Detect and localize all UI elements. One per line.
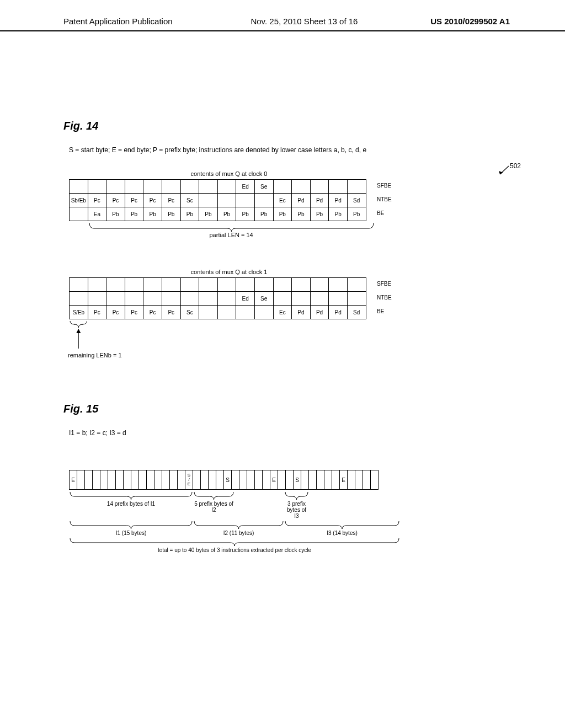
- table-cell: [291, 179, 311, 194]
- brace-item: total = up to 40 bytes of 3 instructions…: [69, 538, 400, 553]
- table-cell: Pd: [291, 193, 311, 207]
- byte-cell: [169, 470, 178, 490]
- byte-cell: [254, 470, 263, 490]
- byte-cell: [77, 470, 85, 490]
- brace-label: I1 (15 bytes): [116, 530, 147, 536]
- table-cell: Pb: [199, 207, 218, 221]
- byte-cell: [262, 470, 270, 490]
- table-cell: [69, 291, 88, 306]
- table-cell: Pb: [347, 207, 366, 221]
- table-cell: [106, 277, 125, 292]
- table-cell: Pc: [106, 305, 125, 319]
- page-content: 502 Fig. 14 S = start byte; E = end byte…: [0, 120, 565, 553]
- table-cell: [88, 179, 107, 194]
- table-cell: [199, 179, 218, 194]
- table-cell: [217, 291, 237, 306]
- mux-table-0-wrap: contents of mux Q at clock 0 SFBE NTBE B…: [69, 170, 389, 238]
- byte-cell: [131, 470, 139, 490]
- table-cell: Pc: [125, 193, 144, 207]
- mux-table-0: SFBE NTBE BE EdSe Sb/EbPcPcPcPcPcScEcPdP…: [69, 179, 375, 221]
- byte-bar: ES/ESESE: [69, 470, 411, 490]
- brace-label: 5 prefix bytes of I2: [193, 501, 234, 513]
- header-mid: Nov. 25, 2010 Sheet 13 of 16: [250, 17, 358, 26]
- table-cell: [217, 305, 237, 319]
- brace-label: partial LEN = 14: [88, 232, 375, 238]
- byte-cell: [324, 470, 332, 490]
- table-cell: Sb/Eb: [69, 193, 88, 207]
- figure-14-title: Fig. 14: [63, 120, 510, 132]
- table-cell: [199, 291, 218, 306]
- table-cell: Pb: [236, 207, 255, 221]
- table-cell: Ed: [236, 291, 255, 306]
- table-cell: [217, 193, 237, 207]
- byte-cell: [123, 470, 131, 490]
- row-label: NTBE: [377, 196, 399, 202]
- table-cell: Pc: [125, 305, 144, 319]
- byte-cell: [92, 470, 100, 490]
- byte-cell: E: [270, 470, 278, 490]
- row-label: NTBE: [377, 295, 399, 301]
- table-cell: [328, 291, 348, 306]
- table-cell: [328, 179, 348, 194]
- byte-cell: [363, 470, 371, 490]
- table-cell: [162, 291, 181, 306]
- byte-cell: [162, 470, 170, 490]
- byte-cell: [154, 470, 162, 490]
- byte-cell: [216, 470, 224, 490]
- table-cell: Pd: [310, 305, 329, 319]
- table-cell: Se: [254, 179, 274, 194]
- table-cell: [291, 291, 311, 306]
- brace-item: 3 prefix bytes of I3: [284, 492, 309, 519]
- fig15-wrap: ES/ESESE 14 prefix bytes of I1 5 prefix …: [69, 470, 411, 553]
- byte-cell: [231, 470, 239, 490]
- table-cell: [199, 305, 218, 319]
- table-cell: [162, 277, 181, 292]
- byte-cell: [146, 470, 154, 490]
- table-cell: [180, 277, 200, 292]
- byte-cell: [278, 470, 286, 490]
- table-cell: Pb: [254, 207, 274, 221]
- table-cell: [69, 179, 88, 194]
- brace-1: remaining LENb = 1: [69, 321, 389, 358]
- byte-cell: [355, 470, 363, 490]
- table-cell: S/Eb: [69, 305, 88, 319]
- table-cell: [217, 277, 237, 292]
- table-cell: Pb: [310, 207, 329, 221]
- brace-item: 5 prefix bytes of I2: [193, 492, 234, 519]
- byte-cell: E: [69, 470, 77, 490]
- table-cell: Pd: [328, 305, 348, 319]
- table-cell: [143, 291, 162, 306]
- header-right: US 2010/0299502 A1: [430, 17, 510, 26]
- byte-cell: [200, 470, 209, 490]
- table-cell: Pb: [328, 207, 348, 221]
- table-cell: Se: [254, 291, 274, 306]
- byte-cell: [370, 470, 379, 490]
- byte-cell: [316, 470, 324, 490]
- table-cell: [310, 291, 329, 306]
- table-cell: Pc: [88, 305, 107, 319]
- table-cell: Ed: [236, 179, 255, 194]
- table-cell: [162, 179, 181, 194]
- table-cell: [310, 179, 329, 194]
- byte-cell: [332, 470, 340, 490]
- table-row: Sb/EbPcPcPcPcPcScEcPdPdPdSd: [69, 193, 375, 207]
- brace-item: I2 (11 bytes): [193, 521, 284, 536]
- table-cell: [180, 291, 200, 306]
- table-row: S/EbPcPcPcPcPcScEcPdPdPdSd: [69, 305, 375, 319]
- table-cell: [106, 179, 125, 194]
- table-cell: [273, 277, 292, 292]
- brace-label: 14 prefix bytes of I1: [107, 501, 155, 507]
- table-cell: [273, 291, 292, 306]
- table-cell: [347, 277, 366, 292]
- table-cell: Sc: [180, 305, 200, 319]
- table-cell: Pc: [162, 305, 181, 319]
- table-cell: [254, 305, 274, 319]
- table-cell: Pb: [106, 207, 125, 221]
- brace-item: I3 (14 bytes): [284, 521, 400, 536]
- brace-item: 14 prefix bytes of I1: [69, 492, 193, 519]
- byte-cell: [247, 470, 255, 490]
- table-cell: Pb: [125, 207, 144, 221]
- byte-cell: [208, 470, 216, 490]
- table-cell: [273, 179, 292, 194]
- table-cell: [69, 277, 88, 292]
